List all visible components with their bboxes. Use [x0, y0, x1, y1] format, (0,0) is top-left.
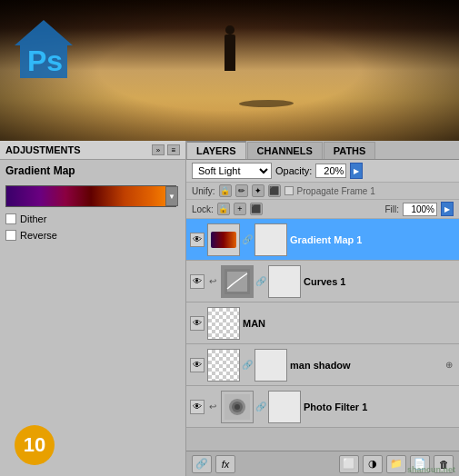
eye-icon-curves[interactable]: 👁	[190, 274, 205, 289]
right-panel: LAYERS CHANNELS PATHS Soft Light Opacity…	[186, 141, 459, 476]
unify-row: Unify: 🔒 ✏ ✦ ⬛ Propagate Frame 1	[186, 183, 459, 200]
layer-row-man-shadow[interactable]: 👁 🔗 man shadow ⊕	[186, 344, 459, 386]
unify-label: Unify:	[192, 186, 215, 196]
main-area: ADJUSTMENTS » ≡ Gradient Map ▼ Dither Re…	[0, 141, 459, 476]
layer-mask-curves	[268, 265, 301, 298]
layer-row-curves-1[interactable]: 👁 ↩ 🔗 Curves 1	[186, 261, 459, 302]
reverse-label: Reverse	[20, 230, 57, 241]
badge-number: 10	[24, 433, 45, 457]
adjustments-header: ADJUSTMENTS » ≡	[0, 141, 185, 160]
top-image: Ps	[0, 0, 459, 141]
layer-name-shadow: man shadow	[290, 360, 440, 371]
fill-arrow[interactable]: ▶	[441, 202, 454, 216]
tab-paths[interactable]: PATHS	[324, 142, 376, 159]
gradient-map-title: Gradient Map	[0, 160, 185, 182]
layer-link-photo[interactable]: 🔗	[256, 401, 265, 413]
dither-label: Dither	[20, 213, 46, 224]
eye-icon-gradient-map[interactable]: 👁	[190, 233, 205, 247]
new-group-btn[interactable]: 📁	[386, 455, 406, 473]
reverse-row: Reverse	[0, 227, 185, 243]
layer-row-gradient-map-1[interactable]: 👁 🔗 Gradient Map 1	[186, 219, 459, 261]
layer-name-man: MAN	[243, 318, 455, 329]
gradient-arrow[interactable]: ▼	[165, 186, 178, 206]
gradient-thumb-icon	[211, 232, 236, 248]
lock-icon-2[interactable]: +	[234, 203, 246, 215]
dither-row: Dither	[0, 211, 185, 227]
opacity-label: Opacity:	[275, 165, 312, 176]
layer-thumb-photo	[221, 391, 254, 423]
unify-icon-2[interactable]: ✏	[235, 184, 248, 197]
lock-row: Lock: 🔒 + ⬛ Fill: ▶	[186, 200, 459, 219]
layer-name-curves: Curves 1	[304, 276, 455, 287]
add-mask-btn[interactable]: ⬜	[339, 455, 359, 473]
eye-icon-man[interactable]: 👁	[190, 316, 205, 331]
number-badge: 10	[15, 425, 55, 465]
dither-checkbox[interactable]	[5, 213, 16, 224]
lock-icon-3[interactable]: ⬛	[250, 203, 263, 215]
chain-icon-photo[interactable]: ↩	[207, 400, 218, 414]
blend-mode-select[interactable]: Soft Light	[192, 163, 272, 179]
layer-thumb-curves	[221, 265, 254, 298]
lock-icon-1[interactable]: 🔒	[217, 203, 230, 215]
menu-icon[interactable]: ≡	[167, 144, 180, 155]
fill-input[interactable]	[403, 203, 437, 216]
eye-icon-man-shadow[interactable]: 👁	[190, 358, 205, 372]
layer-name-photo: Photo Filter 1	[304, 402, 455, 412]
layer-thumb-man	[207, 307, 240, 340]
eye-icon-photo[interactable]: 👁	[190, 400, 205, 414]
layer-thumb-gradient-map	[207, 223, 240, 256]
fx-btn[interactable]: fx	[215, 455, 235, 473]
layer-mask-gradient	[254, 223, 287, 256]
left-panel: ADJUSTMENTS » ≡ Gradient Map ▼ Dither Re…	[0, 141, 186, 476]
layer-link-gradient[interactable]: 🔗	[243, 233, 252, 246]
layer-row-man[interactable]: 👁 MAN	[186, 302, 459, 344]
layer-row-photo-filter[interactable]: 👁 ↩ 🔗 Photo Filter 1	[186, 386, 459, 428]
svg-rect-3	[227, 272, 247, 292]
shadow-extra-icon[interactable]: ⊕	[443, 359, 455, 372]
layer-mask-shadow	[254, 349, 287, 382]
watermark: shancun.net	[407, 465, 455, 474]
layer-mask-photo	[268, 391, 301, 423]
chain-icon-curves[interactable]: ↩	[207, 274, 218, 289]
ps-logo: Ps	[11, 16, 76, 82]
layer-name-gradient-map: Gradient Map 1	[290, 234, 455, 245]
forward-arrows[interactable]: »	[152, 144, 165, 155]
opacity-input[interactable]	[315, 164, 346, 178]
layer-link-shadow[interactable]: 🔗	[243, 359, 252, 372]
propagate-checkbox[interactable]	[284, 186, 294, 195]
figure-silhouette	[225, 35, 235, 71]
reverse-checkbox[interactable]	[5, 230, 16, 241]
unify-icon-1[interactable]: 🔒	[219, 184, 232, 197]
tab-layers[interactable]: LAYERS	[186, 141, 246, 159]
unify-icon-4[interactable]: ⬛	[268, 184, 281, 197]
svg-text:Ps: Ps	[27, 45, 63, 77]
gradient-bar-container: ▼	[0, 182, 185, 211]
layers-list: 👁 🔗 Gradient Map 1 👁 ↩	[186, 219, 459, 451]
lock-label: Lock:	[192, 204, 214, 214]
layer-link-curves[interactable]: 🔗	[256, 275, 265, 288]
adjustments-title: ADJUSTMENTS	[5, 144, 81, 155]
tabs-row: LAYERS CHANNELS PATHS	[186, 141, 459, 160]
tab-channels[interactable]: CHANNELS	[247, 142, 323, 159]
unify-icon-3[interactable]: ✦	[252, 184, 264, 197]
fill-label: Fill:	[384, 204, 399, 214]
propagate-label: Propagate Frame 1	[297, 186, 375, 196]
svg-point-7	[234, 404, 240, 410]
opacity-arrow[interactable]: ▶	[350, 163, 363, 179]
adj-icons: » ≡	[152, 144, 180, 155]
gradient-bar[interactable]	[5, 185, 176, 207]
blend-row: Soft Light Opacity: ▶	[186, 160, 459, 183]
new-adjustment-btn[interactable]: ◑	[363, 455, 383, 473]
toolbar-left: 🔗 fx	[192, 455, 235, 473]
layer-thumb-man-shadow	[207, 349, 240, 382]
link-layers-btn[interactable]: 🔗	[192, 455, 212, 473]
